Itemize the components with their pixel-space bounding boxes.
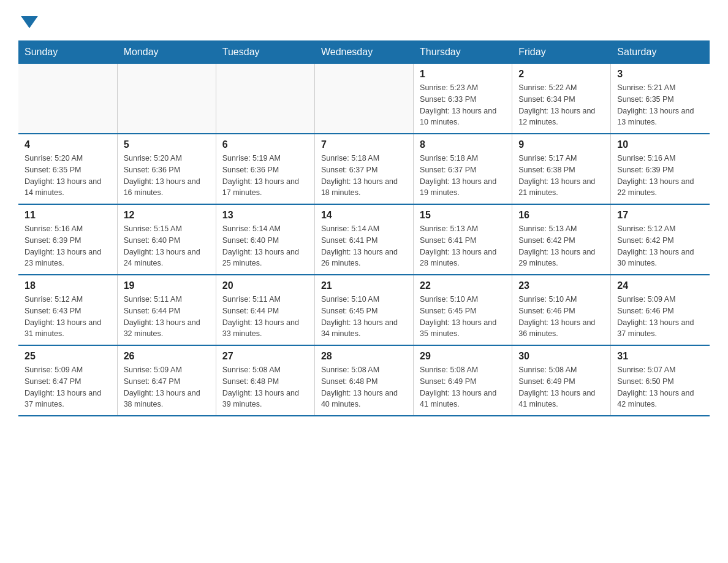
calendar-cell: 27Sunrise: 5:08 AM Sunset: 6:48 PM Dayli… bbox=[216, 345, 314, 416]
weekday-header-tuesday: Tuesday bbox=[216, 40, 314, 64]
calendar-cell: 15Sunrise: 5:13 AM Sunset: 6:41 PM Dayli… bbox=[414, 204, 512, 275]
calendar-cell: 10Sunrise: 5:16 AM Sunset: 6:39 PM Dayli… bbox=[611, 134, 710, 204]
day-info: Sunrise: 5:14 AM Sunset: 6:40 PM Dayligh… bbox=[222, 223, 308, 269]
weekday-header-saturday: Saturday bbox=[611, 40, 710, 64]
day-info: Sunrise: 5:11 AM Sunset: 6:44 PM Dayligh… bbox=[124, 294, 210, 340]
calendar-cell bbox=[117, 64, 216, 134]
day-number: 18 bbox=[25, 280, 111, 291]
calendar-cell: 26Sunrise: 5:09 AM Sunset: 6:47 PM Dayli… bbox=[117, 345, 216, 416]
day-info: Sunrise: 5:23 AM Sunset: 6:33 PM Dayligh… bbox=[420, 82, 506, 128]
day-number: 26 bbox=[124, 351, 210, 362]
day-info: Sunrise: 5:10 AM Sunset: 6:46 PM Dayligh… bbox=[518, 294, 604, 340]
calendar-body: 1Sunrise: 5:23 AM Sunset: 6:33 PM Daylig… bbox=[18, 64, 710, 416]
calendar-cell: 23Sunrise: 5:10 AM Sunset: 6:46 PM Dayli… bbox=[512, 275, 611, 345]
calendar-cell: 8Sunrise: 5:18 AM Sunset: 6:37 PM Daylig… bbox=[414, 134, 512, 204]
day-info: Sunrise: 5:20 AM Sunset: 6:35 PM Dayligh… bbox=[25, 153, 111, 199]
day-info: Sunrise: 5:08 AM Sunset: 6:48 PM Dayligh… bbox=[222, 364, 308, 410]
day-number: 2 bbox=[518, 69, 604, 80]
calendar-week-5: 25Sunrise: 5:09 AM Sunset: 6:47 PM Dayli… bbox=[18, 345, 710, 416]
weekday-header-wednesday: Wednesday bbox=[314, 40, 413, 64]
calendar-header: SundayMondayTuesdayWednesdayThursdayFrid… bbox=[18, 40, 710, 64]
calendar-cell: 30Sunrise: 5:08 AM Sunset: 6:49 PM Dayli… bbox=[512, 345, 611, 416]
day-info: Sunrise: 5:15 AM Sunset: 6:40 PM Dayligh… bbox=[124, 223, 210, 269]
day-info: Sunrise: 5:11 AM Sunset: 6:44 PM Dayligh… bbox=[222, 294, 308, 340]
day-info: Sunrise: 5:19 AM Sunset: 6:36 PM Dayligh… bbox=[222, 153, 308, 199]
day-number: 13 bbox=[222, 210, 308, 221]
day-number: 12 bbox=[124, 210, 210, 221]
day-number: 25 bbox=[25, 351, 111, 362]
day-number: 17 bbox=[617, 210, 703, 221]
calendar-cell: 14Sunrise: 5:14 AM Sunset: 6:41 PM Dayli… bbox=[314, 204, 413, 275]
day-info: Sunrise: 5:22 AM Sunset: 6:34 PM Dayligh… bbox=[518, 82, 604, 128]
day-info: Sunrise: 5:12 AM Sunset: 6:42 PM Dayligh… bbox=[617, 223, 703, 269]
day-number: 22 bbox=[420, 280, 506, 291]
day-number: 30 bbox=[518, 351, 604, 362]
day-number: 21 bbox=[321, 280, 407, 291]
calendar-cell: 31Sunrise: 5:07 AM Sunset: 6:50 PM Dayli… bbox=[611, 345, 710, 416]
day-info: Sunrise: 5:13 AM Sunset: 6:41 PM Dayligh… bbox=[420, 223, 506, 269]
calendar-cell: 29Sunrise: 5:08 AM Sunset: 6:49 PM Dayli… bbox=[414, 345, 512, 416]
weekday-header-monday: Monday bbox=[117, 40, 216, 64]
day-number: 23 bbox=[518, 280, 604, 291]
calendar-cell: 12Sunrise: 5:15 AM Sunset: 6:40 PM Dayli… bbox=[117, 204, 216, 275]
day-info: Sunrise: 5:18 AM Sunset: 6:37 PM Dayligh… bbox=[420, 153, 506, 199]
calendar-cell: 11Sunrise: 5:16 AM Sunset: 6:39 PM Dayli… bbox=[18, 204, 117, 275]
calendar-cell: 5Sunrise: 5:20 AM Sunset: 6:36 PM Daylig… bbox=[117, 134, 216, 204]
day-info: Sunrise: 5:08 AM Sunset: 6:49 PM Dayligh… bbox=[518, 364, 604, 410]
day-info: Sunrise: 5:18 AM Sunset: 6:37 PM Dayligh… bbox=[321, 153, 407, 199]
calendar-cell: 24Sunrise: 5:09 AM Sunset: 6:46 PM Dayli… bbox=[611, 275, 710, 345]
day-info: Sunrise: 5:08 AM Sunset: 6:49 PM Dayligh… bbox=[420, 364, 506, 410]
calendar-cell: 1Sunrise: 5:23 AM Sunset: 6:33 PM Daylig… bbox=[414, 64, 512, 134]
day-info: Sunrise: 5:07 AM Sunset: 6:50 PM Dayligh… bbox=[617, 364, 703, 410]
calendar-cell bbox=[18, 64, 117, 134]
calendar-week-4: 18Sunrise: 5:12 AM Sunset: 6:43 PM Dayli… bbox=[18, 275, 710, 345]
day-number: 9 bbox=[518, 139, 604, 150]
calendar-cell: 21Sunrise: 5:10 AM Sunset: 6:45 PM Dayli… bbox=[314, 275, 413, 345]
day-number: 27 bbox=[222, 351, 308, 362]
calendar-cell: 13Sunrise: 5:14 AM Sunset: 6:40 PM Dayli… bbox=[216, 204, 314, 275]
day-number: 16 bbox=[518, 210, 604, 221]
day-info: Sunrise: 5:09 AM Sunset: 6:46 PM Dayligh… bbox=[617, 294, 703, 340]
day-info: Sunrise: 5:08 AM Sunset: 6:48 PM Dayligh… bbox=[321, 364, 407, 410]
day-info: Sunrise: 5:10 AM Sunset: 6:45 PM Dayligh… bbox=[420, 294, 506, 340]
calendar-cell bbox=[314, 64, 413, 134]
calendar-cell: 22Sunrise: 5:10 AM Sunset: 6:45 PM Dayli… bbox=[414, 275, 512, 345]
day-number: 14 bbox=[321, 210, 407, 221]
calendar-week-1: 1Sunrise: 5:23 AM Sunset: 6:33 PM Daylig… bbox=[18, 64, 710, 134]
logo-triangle-icon bbox=[21, 16, 38, 28]
calendar-table: SundayMondayTuesdayWednesdayThursdayFrid… bbox=[18, 40, 710, 416]
day-info: Sunrise: 5:21 AM Sunset: 6:35 PM Dayligh… bbox=[617, 82, 703, 128]
day-info: Sunrise: 5:09 AM Sunset: 6:47 PM Dayligh… bbox=[25, 364, 111, 410]
logo bbox=[18, 12, 38, 28]
day-number: 11 bbox=[25, 210, 111, 221]
calendar-cell: 2Sunrise: 5:22 AM Sunset: 6:34 PM Daylig… bbox=[512, 64, 611, 134]
calendar-cell: 6Sunrise: 5:19 AM Sunset: 6:36 PM Daylig… bbox=[216, 134, 314, 204]
page-header bbox=[18, 12, 710, 28]
day-number: 10 bbox=[617, 139, 703, 150]
day-info: Sunrise: 5:16 AM Sunset: 6:39 PM Dayligh… bbox=[25, 223, 111, 269]
day-number: 7 bbox=[321, 139, 407, 150]
day-info: Sunrise: 5:16 AM Sunset: 6:39 PM Dayligh… bbox=[617, 153, 703, 199]
day-number: 4 bbox=[25, 139, 111, 150]
day-info: Sunrise: 5:10 AM Sunset: 6:45 PM Dayligh… bbox=[321, 294, 407, 340]
day-info: Sunrise: 5:12 AM Sunset: 6:43 PM Dayligh… bbox=[25, 294, 111, 340]
calendar-cell: 4Sunrise: 5:20 AM Sunset: 6:35 PM Daylig… bbox=[18, 134, 117, 204]
day-number: 8 bbox=[420, 139, 506, 150]
day-number: 19 bbox=[124, 280, 210, 291]
day-number: 20 bbox=[222, 280, 308, 291]
calendar-cell: 18Sunrise: 5:12 AM Sunset: 6:43 PM Dayli… bbox=[18, 275, 117, 345]
calendar-week-3: 11Sunrise: 5:16 AM Sunset: 6:39 PM Dayli… bbox=[18, 204, 710, 275]
day-number: 5 bbox=[124, 139, 210, 150]
calendar-cell: 28Sunrise: 5:08 AM Sunset: 6:48 PM Dayli… bbox=[314, 345, 413, 416]
calendar-cell: 19Sunrise: 5:11 AM Sunset: 6:44 PM Dayli… bbox=[117, 275, 216, 345]
day-number: 15 bbox=[420, 210, 506, 221]
day-info: Sunrise: 5:14 AM Sunset: 6:41 PM Dayligh… bbox=[321, 223, 407, 269]
calendar-week-2: 4Sunrise: 5:20 AM Sunset: 6:35 PM Daylig… bbox=[18, 134, 710, 204]
calendar-cell: 25Sunrise: 5:09 AM Sunset: 6:47 PM Dayli… bbox=[18, 345, 117, 416]
day-info: Sunrise: 5:17 AM Sunset: 6:38 PM Dayligh… bbox=[518, 153, 604, 199]
day-number: 1 bbox=[420, 69, 506, 80]
weekday-header-sunday: Sunday bbox=[18, 40, 117, 64]
day-info: Sunrise: 5:13 AM Sunset: 6:42 PM Dayligh… bbox=[518, 223, 604, 269]
calendar-cell: 7Sunrise: 5:18 AM Sunset: 6:37 PM Daylig… bbox=[314, 134, 413, 204]
calendar-cell: 20Sunrise: 5:11 AM Sunset: 6:44 PM Dayli… bbox=[216, 275, 314, 345]
